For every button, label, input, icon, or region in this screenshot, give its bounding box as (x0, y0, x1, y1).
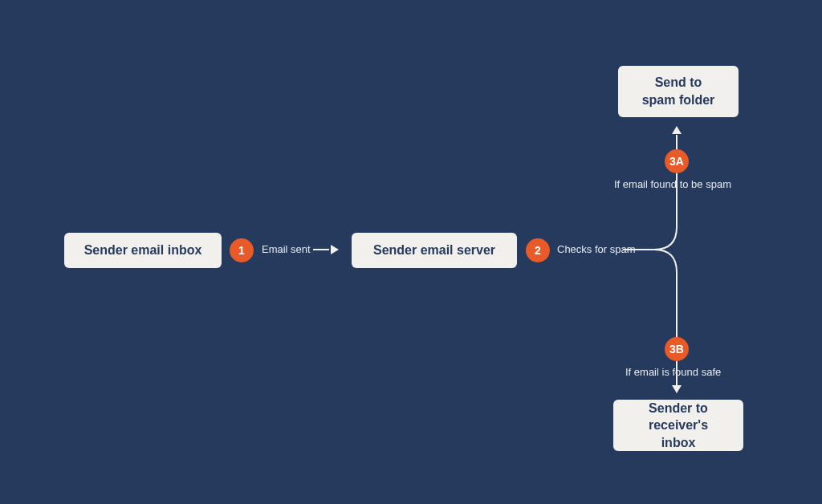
node-spam-folder: Send to spam folder (618, 66, 739, 117)
step-badge-text: 3A (669, 155, 684, 168)
node-label: Sender to receiver's inbox (631, 400, 726, 452)
step-badge-3b: 3B (665, 337, 689, 361)
step-badge-2: 2 (526, 238, 550, 262)
step-badge-text: 1 (238, 244, 245, 257)
node-label: Sender email inbox (84, 242, 202, 259)
node-sender-server: Sender email server (352, 233, 517, 268)
step-label-3a: If email found to be spam (614, 178, 731, 190)
step-badge-text: 2 (535, 244, 541, 257)
step-label-3b: If email is found safe (625, 366, 721, 378)
step-badge-3a: 3A (665, 149, 689, 173)
step-badge-text: 3B (669, 343, 684, 356)
node-label: Send to spam folder (642, 74, 715, 108)
step-label-2: Checks for spam (557, 243, 636, 255)
arrow-up-icon (672, 126, 682, 134)
node-receiver-inbox: Sender to receiver's inbox (613, 400, 743, 451)
arrow-down-icon (672, 385, 682, 393)
step-badge-1: 1 (230, 238, 254, 262)
node-sender-inbox: Sender email inbox (64, 233, 222, 268)
arrow-right-icon (331, 245, 339, 254)
node-label: Sender email server (373, 242, 495, 259)
step-label-1: Email sent (262, 243, 311, 255)
